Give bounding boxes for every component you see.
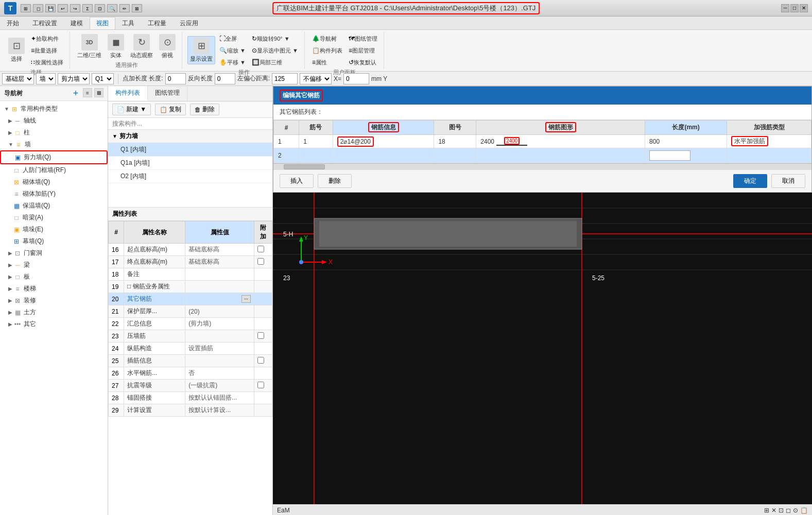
delete-comp-btn[interactable]: 🗑 删除 <box>190 104 219 115</box>
nav-item-civil-def-wall[interactable]: □ 人防门框墙(RF) <box>0 164 108 176</box>
nav-grid-view-btn[interactable]: ⊞ <box>94 88 103 97</box>
x-coord-input[interactable] <box>343 73 369 84</box>
maximize-btn[interactable]: □ <box>790 4 799 12</box>
comp-item-q1a[interactable]: Q1a [内墙] <box>108 157 272 170</box>
status-icon-3[interactable]: ⊡ <box>779 507 784 514</box>
pick-btn[interactable]: ✦ 拾取构件 <box>29 33 65 44</box>
comp-item-q1[interactable]: Q1 [内墙] <box>108 143 272 157</box>
nav-item-wall-pier[interactable]: ▣ 墙垛(E) <box>0 224 108 235</box>
nav-list-view-btn[interactable]: ≡ <box>83 88 92 97</box>
prop-value[interactable]: 基础底标高 <box>185 256 254 268</box>
prop-value[interactable]: 设置插筋 <box>185 342 254 355</box>
view-3d-btn[interactable]: 3D 二维/三维 <box>75 33 103 60</box>
scrollbar-thumb[interactable] <box>284 164 325 169</box>
copy-comp-btn[interactable]: 📋 复制 <box>155 104 186 115</box>
nav-tree-btn[interactable]: 🌲 导航树 <box>310 33 344 44</box>
nav-item-shear-wall[interactable]: ▣ 剪力墙(Q) <box>0 150 108 164</box>
attach-check[interactable] <box>257 332 264 339</box>
new-comp-btn[interactable]: 📄 新建 ▼ <box>112 104 151 115</box>
batch-select-btn[interactable]: ≡ 批量选择 <box>29 45 65 56</box>
attr-select-btn[interactable]: ∷ 按属性选择 <box>29 57 65 67</box>
tab-start[interactable]: 开始 <box>0 17 26 29</box>
show-selected-btn[interactable]: ⊙ 显示选中图元 ▼ <box>250 45 300 56</box>
floor-select[interactable]: 基础层 <box>2 73 34 84</box>
nav-item-door-window[interactable]: ▶ ⊡ 门窗洞 <box>0 247 108 259</box>
attach-check[interactable] <box>257 258 264 265</box>
nav-item-axis[interactable]: ▶ ─ 轴线 <box>0 115 108 127</box>
nav-item-beam[interactable]: ▶ ─ 梁 <box>0 259 108 271</box>
tab-modeling[interactable]: 建模 <box>64 17 90 29</box>
rebar-length-input-2[interactable] <box>649 150 690 161</box>
nav-item-hidden-beam[interactable]: □ 暗梁(A) <box>0 212 108 224</box>
prop-value-other-rebar[interactable]: ··· <box>185 293 254 305</box>
nav-item-masonry-wall[interactable]: ⊠ 砌体墙(Q) <box>0 176 108 188</box>
prop-value[interactable]: 按默认认锚固搭... <box>185 392 254 404</box>
left-offset-input[interactable] <box>272 73 298 84</box>
point-add-input[interactable] <box>165 73 186 84</box>
comp-item-o2[interactable]: O2 [内墙] <box>108 170 272 183</box>
nav-add-btn[interactable]: + <box>71 88 81 98</box>
title-icon-3[interactable]: 💾 <box>45 4 56 12</box>
layer-mgmt-btn[interactable]: ≡ 图层管理 <box>347 45 379 56</box>
other-rebar-input[interactable] <box>188 296 240 303</box>
prop-value[interactable] <box>185 330 254 342</box>
tab-cloud[interactable]: 云应用 <box>173 17 205 29</box>
nav-item-slab[interactable]: ▶ □ 板 <box>0 271 108 283</box>
title-icon-9[interactable]: ✏ <box>119 4 130 12</box>
nav-item-insulation-wall[interactable]: ▦ 保温墙(Q) <box>0 200 108 212</box>
delete-row-btn[interactable]: 删除 <box>318 174 352 188</box>
prop-value[interactable]: 按默认计算设... <box>185 404 254 417</box>
cancel-btn[interactable]: 取消 <box>771 174 805 188</box>
prop-value[interactable]: 否 <box>185 367 254 380</box>
tab-view[interactable]: 视图 <box>90 17 115 29</box>
nav-item-column[interactable]: ▶ □ 柱 <box>0 127 108 139</box>
tab-project-settings[interactable]: 工程设置 <box>26 17 64 29</box>
nav-item-other[interactable]: ▶ ••• 其它 <box>0 318 108 330</box>
nav-item-decoration[interactable]: ▶ ⊠ 装修 <box>0 295 108 306</box>
attach-check[interactable] <box>257 357 264 364</box>
drawing-mgmt-btn[interactable]: 🗺 图纸管理 <box>347 33 379 44</box>
tab-component-list[interactable]: 构件列表 <box>108 86 148 101</box>
fullscreen-btn[interactable]: ⛶ 全屏 <box>217 33 248 44</box>
rebar-table-scrollbar[interactable] <box>273 163 811 169</box>
pan-btn[interactable]: ✋ 平移 ▼ <box>217 57 248 67</box>
title-icon-8[interactable]: 🔍 <box>107 4 117 12</box>
display-settings-btn[interactable]: ⊞ 显示设置 <box>187 36 215 64</box>
title-icon-7[interactable]: ⊡ <box>95 4 105 12</box>
select-btn[interactable]: ⊡ 选择 <box>6 37 27 64</box>
nav-item-earthwork[interactable]: ▶ ▦ 土方 <box>0 306 108 318</box>
nav-item-wall[interactable]: ▼ ≡ 墙 <box>0 139 108 150</box>
rotate90-btn[interactable]: ↻ 顺旋转90° ▼ <box>250 33 300 44</box>
prop-value[interactable] <box>185 268 254 281</box>
nav-item-common[interactable]: ▼ ⊞ 常用构件类型 <box>0 103 108 115</box>
minimize-btn[interactable]: ─ <box>781 4 789 12</box>
title-icon-6[interactable]: Σ <box>82 4 93 12</box>
tab-tools[interactable]: 工具 <box>115 17 141 29</box>
shape-input-val[interactable]: 2400 <box>504 137 520 145</box>
prop-value[interactable]: (剪力墙) <box>185 318 254 330</box>
tab-quantities[interactable]: 工程量 <box>141 17 173 29</box>
nav-item-curtain-wall[interactable]: ⊞ 幕墙(Q) <box>0 235 108 247</box>
reverse-input[interactable] <box>215 73 235 84</box>
title-icon-2[interactable]: ◻ <box>33 4 43 12</box>
prop-value[interactable] <box>185 355 254 367</box>
title-icon-5[interactable]: ↪ <box>70 4 80 12</box>
top-view-btn[interactable]: ⊙ 俯视 <box>157 33 178 60</box>
insert-btn[interactable]: 插入 <box>280 174 314 188</box>
status-icon-4[interactable]: ◻ <box>786 507 791 514</box>
attr-btn[interactable]: ≡ 属性 <box>310 57 344 67</box>
comp-list-btn[interactable]: 📋 构件列表 <box>310 45 344 56</box>
search-comp-input[interactable] <box>108 118 272 130</box>
attach-check[interactable] <box>257 246 264 252</box>
nav-item-masonry-rebar[interactable]: ≡ 砌体加筋(Y) <box>0 188 108 200</box>
status-icon-5[interactable]: ⊙ <box>793 507 798 514</box>
component-select[interactable]: Q1 <box>92 73 114 84</box>
prop-value[interactable]: 基础底标高 <box>185 244 254 256</box>
tab-drawing-mgmt[interactable]: 图纸管理 <box>148 86 187 101</box>
wall-type-select[interactable]: 剪力墙 <box>58 73 90 84</box>
restore-btn[interactable]: ↺ 恢复默认 <box>347 57 379 67</box>
title-icon-1[interactable]: ⊞ <box>21 4 31 12</box>
other-rebar-dots-btn[interactable]: ··· <box>241 295 251 303</box>
prop-value[interactable]: (一级抗震) <box>185 380 254 392</box>
status-icon-1[interactable]: ⊞ <box>764 507 769 514</box>
